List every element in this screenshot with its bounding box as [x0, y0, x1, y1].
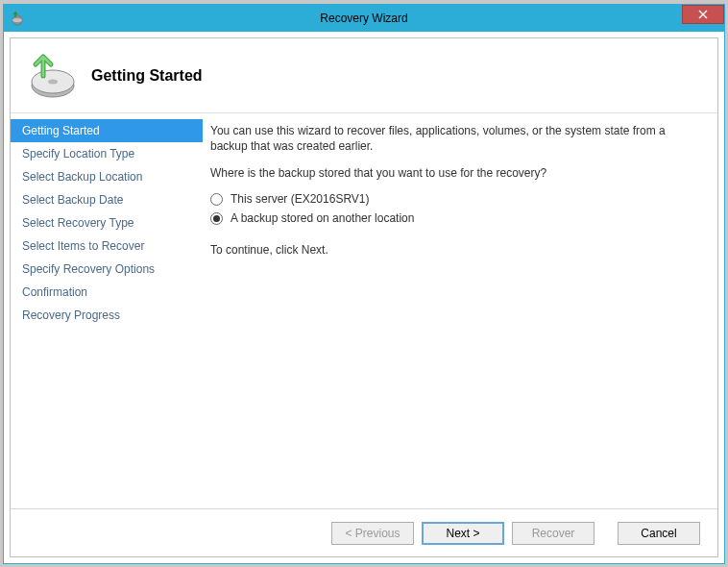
titlebar[interactable]: Recovery Wizard [4, 5, 724, 32]
step-select-backup-location[interactable]: Select Backup Location [11, 165, 203, 188]
button-bar: < Previous Next > Recover Cancel [11, 508, 717, 556]
intro-text: You can use this wizard to recover files… [210, 123, 702, 154]
window-title: Recovery Wizard [4, 12, 724, 25]
radio-label: A backup stored on another location [231, 211, 414, 225]
recover-button[interactable]: Recover [512, 522, 595, 545]
page-title: Getting Started [91, 67, 203, 85]
header-section: Getting Started [11, 38, 717, 113]
continue-text: To continue, click Next. [210, 242, 702, 258]
close-button[interactable] [682, 5, 724, 24]
svg-point-4 [48, 79, 58, 84]
svg-point-1 [12, 18, 22, 22]
wizard-steps-sidebar: Getting Started Specify Location Type Se… [11, 113, 203, 508]
radio-icon [210, 212, 223, 225]
step-specify-location-type[interactable]: Specify Location Type [11, 142, 203, 165]
radio-another-location[interactable]: A backup stored on another location [210, 211, 702, 225]
step-select-recovery-type[interactable]: Select Recovery Type [11, 211, 203, 234]
app-icon [10, 11, 25, 26]
next-button[interactable]: Next > [422, 522, 504, 545]
body-section: Getting Started Specify Location Type Se… [11, 113, 717, 508]
radio-label: This server (EX2016SRV1) [231, 192, 370, 206]
step-select-items-to-recover[interactable]: Select Items to Recover [11, 234, 203, 258]
recovery-icon [24, 49, 78, 103]
radio-this-server[interactable]: This server (EX2016SRV1) [210, 192, 702, 206]
content-wrapper: Getting Started Getting Started Specify … [4, 32, 724, 563]
inner-frame: Getting Started Getting Started Specify … [10, 37, 718, 557]
main-panel: You can use this wizard to recover files… [203, 113, 717, 508]
step-select-backup-date[interactable]: Select Backup Date [11, 188, 203, 211]
question-text: Where is the backup stored that you want… [210, 165, 702, 181]
previous-button[interactable]: < Previous [331, 522, 414, 545]
recovery-wizard-window: Recovery Wizard Getting Started [3, 4, 725, 564]
radio-icon [210, 193, 223, 206]
step-confirmation[interactable]: Confirmation [11, 281, 203, 304]
step-specify-recovery-options[interactable]: Specify Recovery Options [11, 258, 203, 281]
step-getting-started[interactable]: Getting Started [11, 119, 203, 142]
step-recovery-progress[interactable]: Recovery Progress [11, 304, 203, 327]
cancel-button[interactable]: Cancel [618, 522, 700, 545]
close-icon [698, 10, 708, 19]
